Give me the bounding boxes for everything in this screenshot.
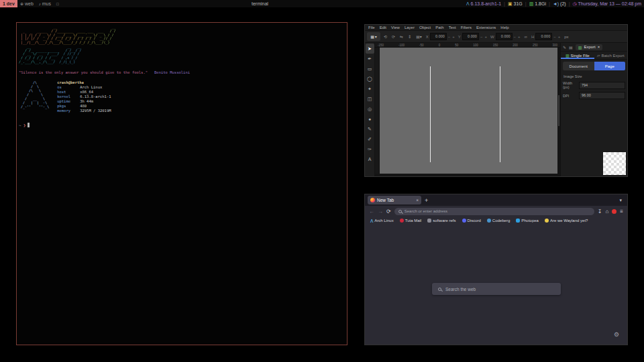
selection-mode-dropdown[interactable]: ▦ ▾ bbox=[367, 32, 380, 41]
horizontal-ruler[interactable]: -150 -100 -50 0 50 100 150 200 250 300 bbox=[375, 43, 560, 48]
pencil-dialog-icon[interactable]: ✎ bbox=[563, 45, 566, 50]
reload-button[interactable]: ⟳ bbox=[386, 208, 391, 215]
tool-calligraphy-icon[interactable]: ✑ bbox=[366, 144, 374, 154]
home-icon[interactable]: ⌂ bbox=[605, 208, 608, 215]
export-scope-buttons: Document Page bbox=[563, 62, 625, 70]
tab-batch-export[interactable]: ▱ Batch Export bbox=[594, 52, 628, 59]
new-tab-button[interactable]: + bbox=[425, 197, 428, 204]
forward-button[interactable]: → bbox=[378, 208, 383, 215]
menu-edit[interactable]: Edit bbox=[380, 25, 386, 29]
terminal-window[interactable]: __ __ _ _____ / /________ ____ ___ ___ /… bbox=[16, 22, 347, 345]
rotate-cw-button[interactable]: ⟳ bbox=[390, 34, 396, 39]
quote-text: "Silence is the only answer you should g… bbox=[19, 70, 148, 74]
personalize-gear-icon[interactable]: ⚙ bbox=[614, 331, 619, 338]
fetch-row-pkgs: pkgs480 bbox=[57, 104, 111, 109]
align-dropdown[interactable]: ▤▾ bbox=[415, 34, 423, 39]
arch-logo-ascii: /\ / \ /\ \ / \ / __ \ / | | -\ /_-'' ''… bbox=[19, 80, 49, 114]
bookmark-arch-linux[interactable]: Λ Arch Linux bbox=[370, 219, 394, 223]
separator: | bbox=[569, 1, 570, 6]
y-decrement[interactable]: − bbox=[480, 35, 484, 39]
y-increment[interactable]: + bbox=[484, 35, 488, 39]
export-dpi-input[interactable]: 96.00 bbox=[579, 92, 625, 99]
tab-single-file[interactable]: ▥ Single File bbox=[561, 52, 594, 59]
workspace-2-web[interactable]: ⊕ web bbox=[17, 0, 36, 7]
menu-view[interactable]: View bbox=[391, 25, 400, 29]
tool-star-icon[interactable]: ✦ bbox=[366, 84, 374, 94]
bookmark-tuta-mail[interactable]: Tuta Mail bbox=[400, 219, 421, 223]
menu-file[interactable]: File bbox=[368, 25, 375, 29]
units-dropdown[interactable]: px bbox=[563, 35, 570, 39]
tool-node-icon[interactable]: ✒ bbox=[366, 54, 374, 64]
close-tab-icon[interactable]: × bbox=[416, 198, 419, 202]
h-label: H bbox=[531, 35, 534, 39]
h-increment[interactable]: + bbox=[557, 35, 561, 39]
workspace-4-empty[interactable]: □ bbox=[54, 0, 62, 7]
shell-prompt[interactable]: ~ ❯ bbox=[19, 123, 345, 127]
tool-bucket-icon[interactable]: ● bbox=[366, 114, 374, 124]
web-search-box[interactable]: Search the web bbox=[432, 283, 561, 295]
separator: | bbox=[504, 1, 505, 6]
memory-usage: 1.8Gi bbox=[535, 1, 546, 6]
w-increment[interactable]: + bbox=[517, 35, 521, 39]
menu-text[interactable]: Text bbox=[449, 25, 456, 29]
export-dialog-tab[interactable]: ▥ Export × bbox=[576, 44, 603, 50]
tool-pencil-icon[interactable]: ✎ bbox=[366, 124, 374, 134]
menu-layer[interactable]: Layer bbox=[405, 25, 415, 29]
tool-ellipse-icon[interactable]: ◯ bbox=[366, 74, 374, 84]
scope-document-button[interactable]: Document bbox=[563, 62, 594, 70]
downloads-icon[interactable]: ↧ bbox=[598, 208, 602, 215]
tool-selector-icon[interactable]: ➤ bbox=[366, 44, 374, 54]
menu-icon[interactable]: ≡ bbox=[620, 208, 623, 215]
tool-spiral-icon[interactable]: ◎ bbox=[366, 104, 374, 114]
h-decrement[interactable]: − bbox=[553, 35, 557, 39]
quote-line: "Silence is the only answer you should g… bbox=[19, 70, 345, 74]
fetch-info: crash@bertha osArch Linux hostx86_64 ker… bbox=[57, 80, 111, 114]
tool-text-icon[interactable]: A bbox=[366, 154, 374, 164]
bookmark-photopea[interactable]: Photopea bbox=[516, 219, 539, 223]
menu-path[interactable]: Path bbox=[435, 25, 443, 29]
h-input[interactable]: 0.000 bbox=[535, 33, 552, 40]
y-input[interactable]: 0.000 bbox=[462, 33, 479, 40]
x-input[interactable]: 0.000 bbox=[430, 33, 447, 40]
menu-filters[interactable]: Filters bbox=[461, 25, 472, 29]
fetch-row-os: osArch Linux bbox=[57, 85, 111, 90]
rotate-ccw-button[interactable]: ⟲ bbox=[382, 34, 388, 39]
lock-ratio-icon[interactable]: ∞ bbox=[523, 35, 529, 39]
w-input[interactable]: 0.000 bbox=[496, 33, 513, 40]
list-all-tabs-icon[interactable]: ▾ bbox=[619, 198, 625, 203]
inkscape-canvas[interactable] bbox=[380, 48, 557, 174]
address-bar[interactable]: Search or enter address bbox=[394, 208, 594, 215]
active-tab[interactable]: New Tab × bbox=[368, 196, 421, 204]
canvas-horizontal-scrollbar[interactable] bbox=[375, 174, 560, 176]
disk-module: ▣ 31G bbox=[508, 1, 523, 7]
vertical-ruler[interactable] bbox=[375, 48, 380, 174]
bookmark-are-we-wayland-yet[interactable]: Are we Wayland yet? bbox=[545, 219, 588, 223]
w-decrement[interactable]: − bbox=[513, 35, 517, 39]
close-icon[interactable]: × bbox=[598, 45, 600, 49]
tool-3dbox-icon[interactable]: ◫ bbox=[366, 94, 374, 104]
x-decrement[interactable]: − bbox=[447, 35, 451, 39]
flip-horizontal-button[interactable]: ⇋ bbox=[398, 34, 405, 39]
flip-vertical-button[interactable]: ⇕ bbox=[407, 34, 413, 39]
extension-icon-red[interactable] bbox=[612, 209, 616, 214]
search-icon bbox=[398, 210, 402, 213]
tool-rectangle-icon[interactable]: ▭ bbox=[366, 64, 374, 74]
menu-object[interactable]: Object bbox=[419, 25, 431, 29]
menu-extensions[interactable]: Extensions bbox=[476, 25, 496, 29]
scope-page-button[interactable]: Page bbox=[594, 62, 626, 70]
back-button[interactable]: ← bbox=[369, 208, 374, 215]
new-tab-page: Search the web ⚙ bbox=[365, 225, 627, 345]
export-width-input[interactable]: 794 bbox=[579, 82, 625, 89]
export-tab-icon: ▥ bbox=[578, 45, 582, 50]
menu-help[interactable]: Help bbox=[500, 25, 508, 29]
export-panel: ✎ ▤ ▥ Export × ▥ Single File ▱ Batch Exp… bbox=[560, 43, 627, 176]
tool-pen-icon[interactable]: ✐ bbox=[366, 134, 374, 144]
layers-dialog-icon[interactable]: ▤ bbox=[569, 45, 573, 50]
x-coordinate-group: X 0.000 − + bbox=[425, 33, 455, 40]
workspace-1-dev[interactable]: 1 dev bbox=[0, 0, 17, 7]
x-increment[interactable]: + bbox=[451, 35, 455, 39]
bookmark-folder-software-refs[interactable]: software refs bbox=[427, 219, 455, 223]
workspace-3-mus[interactable]: ♪ mus bbox=[36, 0, 54, 7]
bookmark-codeberg[interactable]: Codeberg bbox=[487, 219, 510, 223]
bookmark-discord[interactable]: Discord bbox=[462, 219, 481, 223]
